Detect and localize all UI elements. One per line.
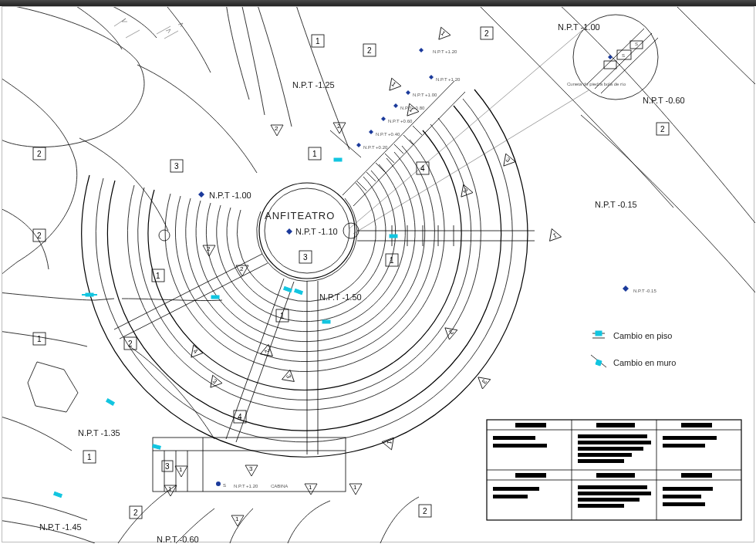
svg-rect-41 (54, 492, 62, 497)
svg-text:1: 1 (312, 150, 317, 158)
title-block (487, 420, 741, 520)
svg-rect-172 (578, 434, 647, 438)
svg-text:1: 1 (309, 484, 312, 491)
svg-text:2: 2 (275, 125, 278, 132)
legend-item-2: Cambio en muro (613, 358, 676, 367)
svg-text:2: 2 (240, 265, 244, 272)
svg-rect-174 (578, 447, 643, 451)
svg-marker-48 (381, 117, 386, 121)
svg-marker-46 (356, 143, 361, 147)
svg-rect-186 (578, 498, 640, 502)
svg-text:N.P.T +0.60: N.P.T +0.60 (388, 119, 413, 123)
svg-rect-181 (681, 473, 712, 478)
svg-point-56 (343, 223, 359, 238)
npt-cabina: N.P.T +1.20 (234, 484, 258, 488)
svg-rect-185 (578, 492, 651, 495)
svg-marker-44 (286, 228, 292, 235)
svg-line-23 (413, 126, 422, 135)
svg-line-22 (403, 135, 413, 144)
svg-text:S: S (223, 483, 226, 488)
svg-marker-49 (393, 103, 398, 108)
svg-text:N.P.T +1.20: N.P.T +1.20 (433, 49, 457, 54)
svg-rect-189 (663, 495, 701, 498)
svg-text:2: 2 (660, 125, 665, 133)
svg-line-54 (349, 30, 582, 228)
column-marker (159, 230, 170, 241)
svg-text:N.P.T +1.00: N.P.T +1.00 (413, 93, 437, 97)
window-titlebar (0, 0, 756, 6)
svg-rect-177 (663, 436, 717, 440)
svg-rect-171 (493, 444, 547, 448)
svg-text:2: 2 (128, 340, 133, 348)
terrain-lines (2, 7, 755, 543)
svg-rect-176 (578, 459, 624, 463)
npt-145: N.P.T -1.45 (39, 522, 82, 532)
svg-rect-42 (390, 235, 397, 238)
legend: Cambio en piso Cambio en muro (591, 331, 676, 367)
svg-marker-47 (369, 130, 373, 134)
radial-aisles (114, 81, 535, 454)
svg-text:1: 1 (235, 515, 239, 522)
svg-rect-40 (153, 444, 161, 449)
svg-rect-183 (493, 495, 528, 498)
svg-rect-37 (284, 286, 292, 292)
svg-text:2: 2 (423, 507, 427, 515)
svg-rect-190 (663, 502, 705, 506)
npt-125: N.P.T -1.25 (292, 80, 335, 90)
svg-rect-35 (322, 320, 330, 323)
svg-marker-43 (198, 191, 204, 198)
svg-marker-45 (623, 286, 629, 292)
svg-rect-34 (211, 296, 219, 299)
svg-rect-187 (578, 504, 624, 508)
drawing-canvas: N.P.T +1.20 CABINA S (2, 6, 754, 542)
svg-text:4: 4 (420, 164, 425, 173)
svg-text:N.P.T +0.20: N.P.T +0.20 (363, 145, 388, 150)
npt-below: N.P.T -1.50 (319, 292, 362, 302)
svg-line-55 (353, 90, 589, 234)
svg-rect-175 (578, 453, 632, 457)
svg-text:1: 1 (390, 256, 394, 265)
svg-rect-182 (493, 487, 539, 491)
cabina-block: N.P.T +1.20 CABINA S (153, 438, 346, 492)
npt-015: N.P.T -0.15 (595, 200, 637, 209)
svg-text:2: 2 (484, 29, 489, 38)
svg-line-13 (226, 279, 284, 439)
svg-text:1: 1 (280, 312, 285, 320)
svg-rect-167 (515, 423, 546, 427)
npt-135: N.P.T -1.35 (78, 428, 120, 438)
svg-text:2: 2 (207, 245, 211, 252)
svg-text:3: 3 (249, 465, 253, 472)
svg-text:1: 1 (87, 453, 92, 461)
svg-text:1: 1 (168, 485, 172, 492)
svg-text:2: 2 (37, 150, 42, 158)
npt-center: N.P.T -1.10 (295, 227, 338, 236)
svg-text:1: 1 (156, 272, 160, 280)
svg-rect-180 (596, 473, 635, 478)
svg-text:2: 2 (337, 123, 341, 130)
svg-marker-52 (429, 75, 434, 79)
svg-rect-170 (493, 436, 535, 440)
svg-text:1: 1 (386, 441, 393, 445)
svg-marker-51 (419, 48, 424, 52)
svg-text:4: 4 (238, 413, 242, 421)
amphitheater: N.P.T +1.20 CABINA S (82, 81, 535, 492)
svg-line-2 (343, 81, 454, 195)
npt-100-left: N.P.T -1.00 (209, 191, 251, 200)
npt-060r: N.P.T -0.60 (643, 96, 685, 105)
svg-text:S: S (635, 42, 638, 46)
svg-rect-178 (663, 444, 705, 448)
svg-line-19 (376, 163, 385, 172)
svg-line-14 (236, 282, 294, 442)
svg-text:N.P.T +1.20: N.P.T +1.20 (436, 77, 461, 82)
legend-item-1: Cambio en piso (613, 331, 672, 340)
svg-line-21 (394, 144, 403, 154)
svg-rect-173 (578, 441, 651, 444)
callouts: 1 2 2 1 3 2 2 1 3 1 4 1 1 2 4 1 2 2 2 3 … (33, 27, 669, 526)
svg-text:1: 1 (316, 37, 320, 46)
svg-rect-169 (681, 423, 712, 427)
svg-text:1: 1 (353, 484, 357, 491)
cabina-label: CABINA (271, 484, 288, 488)
svg-rect-157 (596, 331, 602, 336)
npt-060b: N.P.T -0.60 (157, 535, 199, 543)
svg-text:N.P.T +0.40: N.P.T +0.40 (376, 132, 400, 137)
